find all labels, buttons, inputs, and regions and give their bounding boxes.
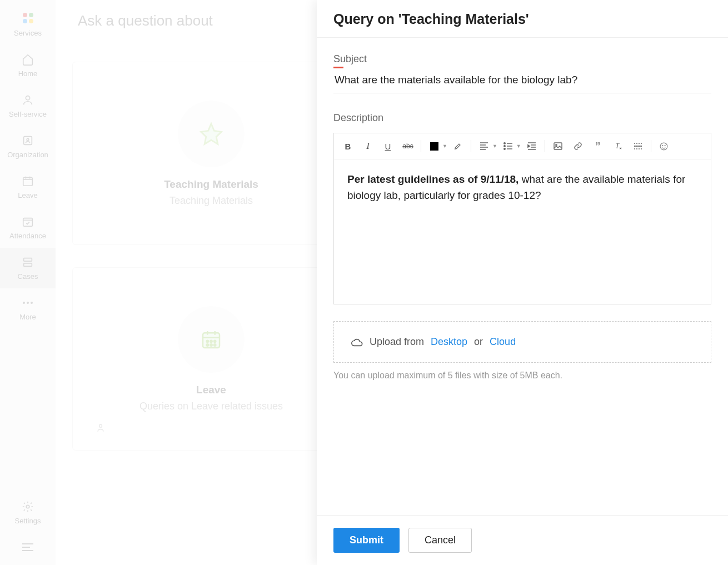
upload-desktop-link[interactable]: Desktop (431, 336, 467, 348)
svg-point-13 (207, 340, 208, 342)
rich-text-editor: B I U abc ▼ ▼ ▼ ” (333, 133, 711, 304)
user-icon (21, 93, 34, 107)
svg-point-21 (504, 148, 505, 149)
panel-footer: Submit Cancel (317, 515, 728, 565)
clear-format-button[interactable] (609, 137, 627, 156)
cancel-button[interactable]: Cancel (408, 528, 472, 553)
upload-dropzone[interactable]: Upload from Desktop or Cloud (333, 321, 711, 363)
panel-title: Query on 'Teaching Materials' (317, 0, 728, 38)
svg-point-9 (31, 302, 33, 304)
query-panel: Query on 'Teaching Materials' Subject De… (317, 0, 728, 565)
editor-toolbar: B I U abc ▼ ▼ ▼ ” (334, 133, 711, 159)
sidebar-item-self-service[interactable]: Self-service (0, 86, 56, 126)
svg-point-10 (26, 505, 29, 508)
category-card-teaching[interactable]: Teaching Materials Teaching Materials (72, 62, 350, 245)
image-button[interactable] (549, 137, 567, 156)
card-title: Leave (196, 384, 226, 396)
emoji-button[interactable] (655, 137, 674, 156)
gear-icon (21, 500, 34, 513)
sidebar-item-settings[interactable]: Settings (0, 492, 56, 533)
strikethrough-button[interactable]: abc (398, 137, 417, 156)
subject-input[interactable] (333, 66, 711, 93)
svg-rect-22 (554, 143, 562, 149)
svg-point-24 (660, 143, 667, 150)
sidebar-item-menu[interactable] (0, 533, 56, 565)
svg-point-23 (556, 144, 557, 146)
sidebar-item-label: Organization (7, 151, 48, 159)
description-bold-text: Per latest guidelines as of 9/11/18, (347, 173, 518, 185)
submit-button[interactable]: Submit (333, 528, 400, 553)
svg-rect-4 (23, 218, 33, 227)
svg-point-0 (26, 96, 29, 100)
menu-icon (21, 541, 34, 554)
home-icon (21, 53, 34, 66)
organization-icon (21, 134, 34, 147)
svg-point-7 (23, 302, 25, 304)
sidebar-item-label: Self-service (9, 110, 47, 118)
calendar-check-icon (21, 215, 34, 228)
cloud-icon (351, 337, 363, 347)
italic-button[interactable]: I (358, 137, 377, 156)
sidebar-item-label: More (19, 313, 36, 321)
svg-point-19 (504, 143, 505, 144)
highlight-button[interactable] (448, 137, 467, 156)
sidebar: Services Home Self-service Organization … (0, 0, 56, 565)
sidebar-item-label: Attendance (9, 232, 46, 240)
star-icon (178, 101, 245, 167)
svg-point-8 (27, 302, 29, 304)
subject-label: Subject (333, 53, 367, 65)
sidebar-item-label: Home (18, 69, 38, 78)
sidebar-item-services[interactable]: Services (0, 4, 56, 45)
card-title: Teaching Materials (164, 178, 258, 191)
dropdown-icon[interactable]: ▼ (492, 143, 497, 149)
agent-icon (95, 422, 106, 433)
sidebar-item-cases[interactable]: Cases (0, 248, 56, 288)
align-button[interactable] (475, 137, 493, 156)
upload-cloud-link[interactable]: Cloud (490, 336, 516, 348)
more-icon (21, 296, 34, 309)
underline-button[interactable]: U (378, 137, 397, 156)
quote-button[interactable]: ” (589, 137, 607, 156)
svg-point-14 (210, 340, 212, 342)
upload-prefix: Upload from (370, 336, 424, 348)
dropdown-icon[interactable]: ▼ (516, 143, 521, 149)
sidebar-item-label: Services (14, 29, 42, 37)
calendar-icon (21, 174, 34, 188)
sidebar-item-organization[interactable]: Organization (0, 126, 56, 167)
sidebar-item-label: Settings (15, 517, 41, 525)
svg-rect-6 (24, 263, 32, 267)
cases-icon (21, 256, 34, 269)
sidebar-item-leave[interactable]: Leave (0, 167, 56, 207)
sidebar-item-more[interactable]: More (0, 288, 56, 329)
sidebar-item-attendance[interactable]: Attendance (0, 207, 56, 248)
text-color-button[interactable] (425, 137, 443, 156)
svg-point-11 (99, 424, 102, 427)
description-textarea[interactable]: Per latest guidelines as of 9/11/18, wha… (334, 159, 711, 304)
sidebar-item-home[interactable]: Home (0, 45, 56, 86)
bold-button[interactable]: B (338, 137, 357, 156)
indent-button[interactable] (522, 137, 541, 156)
svg-point-26 (665, 145, 665, 146)
svg-point-17 (210, 344, 212, 346)
calendar-icon (178, 306, 245, 373)
svg-point-20 (504, 146, 505, 147)
upload-note: You can upload maximum of 5 files with s… (333, 371, 711, 381)
svg-point-25 (662, 145, 663, 146)
link-button[interactable] (569, 137, 587, 156)
svg-rect-5 (24, 258, 32, 262)
upload-or: or (474, 336, 483, 348)
card-subtitle: Queries on Leave related issues (139, 401, 283, 412)
svg-point-15 (214, 340, 216, 342)
sidebar-item-label: Leave (18, 191, 37, 199)
category-card-leave[interactable]: Leave Queries on Leave related issues (72, 267, 350, 451)
dropdown-icon[interactable]: ▼ (442, 143, 447, 149)
svg-point-16 (207, 344, 208, 346)
sidebar-item-label: Cases (18, 272, 38, 281)
list-button[interactable] (498, 137, 517, 156)
card-subtitle: Teaching Materials (169, 195, 253, 207)
svg-point-18 (214, 344, 216, 346)
description-label: Description (333, 112, 383, 124)
svg-point-2 (27, 138, 29, 141)
hr-button[interactable] (629, 137, 647, 156)
apps-icon (21, 12, 34, 26)
